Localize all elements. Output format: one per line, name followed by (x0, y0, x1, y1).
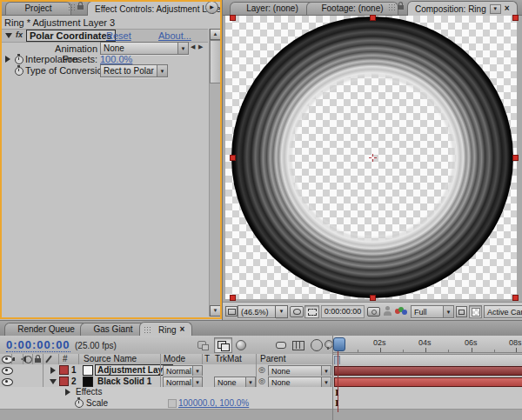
layer-duration-bar[interactable] (334, 366, 522, 376)
selection-handle[interactable] (512, 155, 519, 161)
layer-row-adjustment[interactable]: 1 Adjustment Layer Normal ▼ ◎ None ▼ (0, 364, 333, 377)
interpolation-value[interactable]: 100.0% (100, 54, 132, 64)
timeline-infobar: 0:00:00:00 (25.00 fps) (0, 336, 333, 354)
scroll-up-icon[interactable]: ▲ (210, 29, 221, 40)
chevron-down-icon: ▼ (177, 43, 188, 54)
lock-icon[interactable] (77, 5, 84, 10)
column-mode[interactable]: Mode (164, 354, 185, 364)
column-source-name[interactable]: Source Name (84, 354, 137, 364)
effect-controls-panel: Project Effect Controls: Adjustment Laye… (0, 0, 222, 319)
pickwhip-icon[interactable]: ◎ (258, 365, 265, 374)
scroll-down-icon[interactable]: ▼ (210, 305, 221, 317)
panel-gripper-icon[interactable] (388, 3, 396, 12)
interpolation-label: Interpolation (25, 54, 78, 64)
tab-project[interactable]: Project (5, 2, 71, 15)
close-icon[interactable]: × (180, 325, 185, 334)
stopwatch-icon[interactable] (75, 399, 84, 408)
tab-footage[interactable]: Footage: (none) (306, 2, 398, 15)
always-preview-icon[interactable] (225, 306, 238, 317)
column-number[interactable]: # (63, 354, 68, 364)
previous-preset-icon[interactable]: ◀ (191, 43, 195, 50)
show-snapshot-icon[interactable] (384, 306, 392, 317)
lock-icon[interactable] (398, 5, 404, 10)
tab-composition[interactable]: Composition: Ring ▼ × (407, 1, 518, 16)
effect-name[interactable]: Polar Coordinates (26, 30, 116, 42)
triangle-right-icon[interactable] (5, 56, 10, 63)
lock-icon[interactable] (35, 358, 41, 363)
pixel-aspect-icon[interactable] (456, 306, 467, 317)
motion-blur-icon[interactable] (311, 339, 323, 351)
effects-label: Effects (76, 387, 102, 397)
column-t[interactable]: T (204, 354, 210, 364)
adjustment-layer-swatch (83, 365, 93, 376)
shy-layers-icon[interactable] (275, 339, 287, 350)
scale-property-row[interactable]: Scale 100000.0, 100.0% (0, 397, 333, 410)
panel-gripper-icon[interactable] (68, 3, 76, 12)
layer-row-black-solid[interactable]: 2 Black Solid 1 Normal ▼ None ▼ ◎ None ▼ (0, 376, 333, 388)
solo-icon[interactable] (24, 356, 32, 363)
column-trkmat[interactable]: TrkMat (215, 354, 242, 364)
panel-menu-icon[interactable]: ▶ (205, 1, 218, 14)
viewer-timecode[interactable]: 0:00:00:00 (321, 305, 365, 318)
reset-link[interactable]: Reset (106, 30, 131, 41)
rgb-channels-icon[interactable] (395, 307, 407, 316)
magnification-dropdown[interactable]: (46.5%) (238, 305, 276, 318)
expression-toggle[interactable] (168, 399, 177, 408)
triangle-down-icon[interactable] (50, 379, 57, 384)
next-preset-icon[interactable]: ▶ (198, 43, 203, 50)
selection-handle[interactable] (370, 15, 376, 21)
effect-panel-scrollbar[interactable]: ▲ ▼ (209, 29, 221, 317)
stopwatch-icon[interactable] (15, 56, 23, 64)
triangle-right-icon[interactable] (65, 389, 70, 396)
animation-presets-dropdown[interactable]: None ▼ (100, 42, 189, 55)
layer-name[interactable]: Adjustment Layer (95, 364, 173, 376)
playhead-line[interactable] (338, 350, 338, 412)
live-update-icon[interactable] (214, 337, 232, 353)
eye-icon[interactable] (2, 367, 13, 375)
pickwhip-icon[interactable]: ◎ (258, 377, 265, 385)
column-parent[interactable]: Parent (260, 354, 285, 364)
eye-icon[interactable] (2, 378, 13, 386)
label-color-chip[interactable] (59, 365, 69, 375)
layer-duration-bar[interactable] (334, 377, 522, 387)
scrollbar-thumb[interactable] (210, 40, 221, 83)
conversion-dropdown[interactable]: Rect to Polar ▼ (100, 64, 168, 77)
region-of-interest-icon[interactable] (304, 305, 319, 318)
layer-name[interactable]: Black Solid 1 (97, 377, 151, 386)
selection-handle[interactable] (512, 295, 519, 301)
viewer-statusbar: (46.5%) ▼ 0:00:00:00 Ful (223, 302, 522, 321)
selection-handle[interactable] (230, 295, 236, 301)
tab-gas-giant[interactable]: Gas Giant (80, 323, 146, 336)
resolution-dropdown[interactable]: Full ▼ (411, 305, 454, 318)
composition-viewport[interactable] (223, 15, 522, 302)
safe-margins-icon[interactable] (290, 306, 304, 317)
tab-render-queue[interactable]: Render Queue (4, 323, 88, 336)
label-color-chip[interactable] (59, 377, 69, 386)
selection-handle[interactable] (230, 155, 236, 161)
camera-view-dropdown[interactable]: Active Camera ▼ (484, 305, 522, 318)
triangle-down-icon[interactable] (5, 33, 12, 38)
timeline-tabstrip: Render Queue Gas Giant Ring × (0, 321, 522, 337)
chevron-down-icon[interactable]: ▼ (275, 305, 288, 318)
conversion-label: Type of Conversion (25, 65, 108, 76)
timeline-lanes-properties[interactable] (333, 387, 522, 410)
transparency-grid-icon[interactable] (469, 305, 482, 318)
frame-blending-icon[interactable] (292, 339, 305, 350)
selection-handle[interactable] (230, 15, 236, 21)
scale-value[interactable]: 100000.0, 100.0% (178, 397, 249, 409)
triangle-right-icon[interactable] (50, 367, 56, 374)
selection-handle[interactable] (512, 15, 519, 21)
tab-layer[interactable]: Layer: (none) (230, 2, 315, 15)
close-icon[interactable]: × (505, 4, 510, 13)
current-time-indicator[interactable] (333, 337, 345, 351)
current-time-display[interactable]: 0:00:00:00 (6, 338, 70, 352)
tab-ring[interactable]: Ring × (139, 322, 192, 337)
draft-3d-icon[interactable] (235, 339, 247, 350)
about-link[interactable]: About... (158, 30, 191, 41)
chevron-down-icon[interactable]: ▼ (490, 4, 501, 14)
composition-flowchart-icon[interactable] (197, 339, 209, 350)
stopwatch-icon[interactable] (15, 67, 23, 76)
selection-handle[interactable] (370, 295, 376, 301)
snapshot-camera-icon[interactable] (367, 307, 380, 317)
time-ruler[interactable]: 0s 02s 04s 06s 08s (333, 336, 522, 353)
